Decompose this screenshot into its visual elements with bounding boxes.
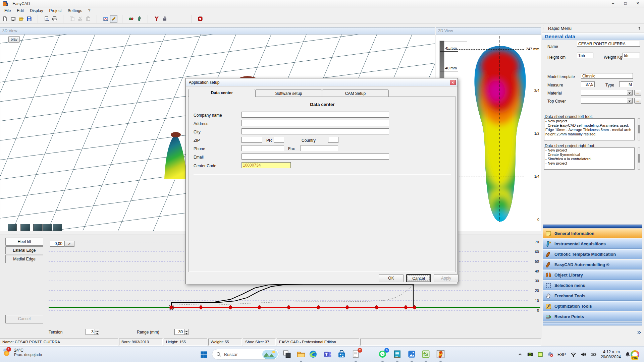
- dialog-titlebar[interactable]: Application setup: [186, 78, 458, 86]
- model-thumbnail[interactable]: [20, 224, 30, 231]
- pin-icon[interactable]: [637, 26, 642, 31]
- search-highlight-image[interactable]: [262, 350, 278, 359]
- country-field[interactable]: [328, 137, 338, 143]
- profile-control-point[interactable]: [317, 306, 320, 309]
- pencil-button[interactable]: [110, 15, 117, 23]
- menu-edit[interactable]: Edit: [14, 8, 27, 14]
- mill-y-button[interactable]: [153, 15, 160, 23]
- tension-field[interactable]: 3: [86, 329, 95, 335]
- language-indicator[interactable]: ESP: [557, 352, 566, 357]
- store-taskbar-button[interactable]: [337, 350, 346, 359]
- wifi-icon[interactable]: [571, 352, 576, 357]
- datasheet-right-text[interactable]: - New project - Create Symmetrical - Sim…: [544, 147, 635, 170]
- range-field[interactable]: 30: [174, 329, 184, 335]
- close-button[interactable]: ✕: [632, 0, 644, 7]
- menu-file[interactable]: File: [1, 8, 14, 14]
- play-button[interactable]: play: [8, 36, 20, 43]
- expand-chevrons-icon[interactable]: [636, 330, 642, 335]
- menu-settings[interactable]: Settings: [65, 8, 85, 14]
- profile-control-point[interactable]: [287, 306, 290, 309]
- profile-control-point[interactable]: [413, 306, 416, 309]
- ok-button[interactable]: OK: [379, 274, 404, 282]
- sidebar-item-optimization-tools[interactable]: Optimization Tools: [543, 301, 642, 311]
- city-field[interactable]: [241, 128, 389, 134]
- minimize-button[interactable]: –: [607, 0, 619, 7]
- tension-spinner[interactable]: [95, 329, 99, 335]
- cancel-edit-button[interactable]: Cancel: [5, 315, 43, 323]
- battery-icon[interactable]: [591, 352, 596, 357]
- height-field[interactable]: 155: [577, 53, 593, 58]
- dialog-close-icon[interactable]: ✕: [450, 80, 456, 85]
- top-cover-dropdown[interactable]: [581, 98, 633, 104]
- sidebar-item-freehand-tools[interactable]: Freehand Tools: [543, 291, 642, 301]
- medial-edge-button[interactable]: Medial Edge: [5, 255, 43, 263]
- paste-button[interactable]: [84, 15, 92, 23]
- tab-software-setup[interactable]: Software setup: [255, 89, 322, 97]
- foot-tool-button[interactable]: [135, 15, 143, 23]
- taskview-taskbar-button[interactable]: [282, 350, 291, 359]
- report-window-button[interactable]: [102, 15, 109, 23]
- menu-[interactable]: ?: [85, 8, 94, 14]
- measure-field[interactable]: 37,5: [581, 81, 595, 87]
- profile-control-point[interactable]: [229, 306, 232, 309]
- easycad-taskbar-button[interactable]: [436, 350, 445, 359]
- lateral-edge-button[interactable]: Lateral Edge: [5, 246, 43, 254]
- sidebar-item-instrumental-acquisitions[interactable]: Instrumental Acquisitions: [543, 239, 642, 249]
- email-field[interactable]: [241, 154, 389, 160]
- stamp-button[interactable]: [161, 15, 168, 23]
- profile-control-point[interactable]: [346, 306, 348, 309]
- pr-field[interactable]: [274, 137, 284, 143]
- heel-lift-button[interactable]: Heel lift: [5, 238, 43, 246]
- menu-grip-handle[interactable]: ·········: [543, 225, 642, 228]
- datasheet-right-scrollbar[interactable]: [638, 147, 640, 170]
- model-template-field[interactable]: Classic: [581, 73, 633, 79]
- print-button[interactable]: [51, 15, 58, 23]
- print-preview-button[interactable]: [43, 15, 50, 23]
- profile-control-point[interactable]: [375, 306, 378, 309]
- grip-handle-icon[interactable]: [543, 25, 544, 32]
- model-thumbnail[interactable]: [33, 224, 43, 231]
- chevron-down-icon[interactable]: [627, 90, 632, 95]
- sidebar-item-restore-points[interactable]: Restore Points: [543, 312, 642, 321]
- zip-field[interactable]: [241, 137, 262, 143]
- weight-field[interactable]: 55: [623, 53, 640, 58]
- explorer-taskbar-button[interactable]: [297, 350, 306, 359]
- screen-button[interactable]: [9, 15, 17, 23]
- save-button[interactable]: [25, 15, 33, 23]
- maximize-button[interactable]: □: [619, 0, 632, 7]
- colorgrid-icon[interactable]: [537, 352, 543, 357]
- clock[interactable]: 4:12 a. m. 20/08/2024: [601, 350, 621, 360]
- chevron-down-icon[interactable]: [627, 99, 632, 103]
- start-button[interactable]: [197, 349, 211, 360]
- fax-field[interactable]: [301, 145, 338, 151]
- notification-bell-icon[interactable]: [625, 352, 631, 357]
- datasheet-left-text[interactable]: - New project - Create EasyCAD self-mode…: [544, 118, 635, 140]
- photos-taskbar-button[interactable]: [407, 350, 416, 359]
- cancel-button[interactable]: Cancel: [406, 274, 431, 282]
- sidebar-item-general-information[interactable]: General Information: [543, 229, 642, 238]
- phone-field[interactable]: [241, 145, 284, 151]
- sidebar-item-orthotic-template-modification[interactable]: Orthotic Template Modification: [543, 249, 642, 259]
- nvidia-icon[interactable]: [527, 352, 533, 357]
- cloud-error-icon[interactable]: [547, 352, 553, 357]
- profile-control-point[interactable]: [200, 306, 202, 309]
- record-button[interactable]: [196, 15, 204, 23]
- cut-button[interactable]: [76, 15, 84, 23]
- company-name-field[interactable]: [241, 112, 389, 118]
- fs-taskbar-button[interactable]: fS: [421, 350, 430, 359]
- copilot-icon[interactable]: PRE: [631, 350, 639, 359]
- new-document-button[interactable]: [1, 15, 9, 23]
- model-thumbnail[interactable]: [53, 224, 62, 231]
- chevron-up-icon[interactable]: [517, 352, 523, 357]
- volume-icon[interactable]: [581, 352, 586, 357]
- profile-control-point[interactable]: [258, 306, 261, 309]
- sidebar-item-selection-menu[interactable]: Selection menu: [543, 281, 642, 290]
- teams-taskbar-button[interactable]: [323, 350, 332, 359]
- weather-widget[interactable]: 1 24°C Prac. despejado: [3, 348, 42, 357]
- model-thumbnail[interactable]: [43, 224, 52, 231]
- menu-project[interactable]: Project: [46, 8, 64, 14]
- type-field[interactable]: M: [619, 81, 633, 87]
- model-thumbnail[interactable]: [8, 224, 17, 231]
- top-cover-browse-button[interactable]: ...: [634, 98, 641, 104]
- color-tool-button[interactable]: [127, 15, 135, 23]
